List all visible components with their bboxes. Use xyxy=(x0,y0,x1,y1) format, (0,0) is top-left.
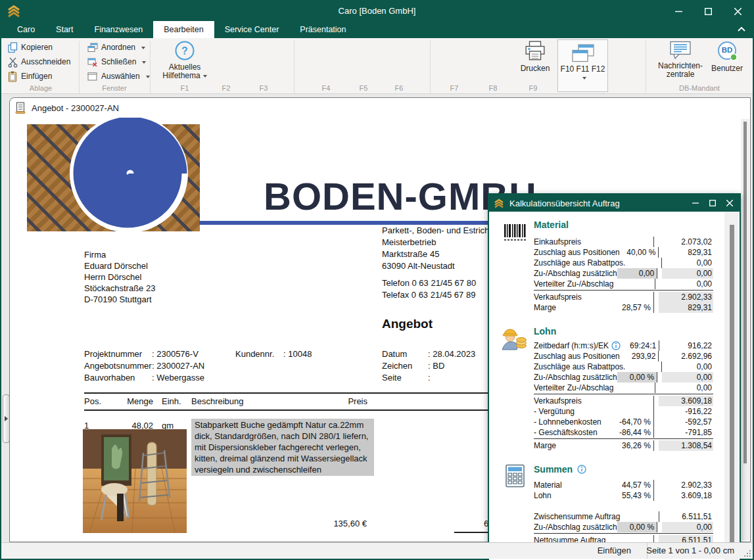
calc-percent: -64,70 % xyxy=(611,417,653,427)
ribbon: Kopieren Ausschneiden Einfügen Ablage An… xyxy=(1,38,753,94)
info-icon[interactable] xyxy=(577,465,586,474)
close-window-button[interactable]: Schließen xyxy=(87,56,146,68)
dialog-close-button[interactable] xyxy=(721,195,738,212)
minimize-button[interactable] xyxy=(664,1,694,21)
windows-icon xyxy=(571,44,595,64)
scissors-icon xyxy=(8,57,18,68)
status-insert-mode: Einfügen xyxy=(598,546,631,555)
dialog-maximize-button[interactable] xyxy=(704,195,721,212)
table-rule-top xyxy=(84,392,490,394)
calc-label: Zwischensumme Auftrag xyxy=(534,511,620,522)
select-window-button[interactable]: Auswählen xyxy=(87,70,150,82)
group-label-f8: F8 xyxy=(489,84,498,92)
group-label-fenster: Fenster xyxy=(102,84,126,92)
maximize-button[interactable] xyxy=(694,1,723,21)
paste-button[interactable]: Einfügen xyxy=(8,70,52,82)
document-scrollbar[interactable] xyxy=(741,119,749,540)
adjustment-percent-input[interactable]: 0,00 % xyxy=(617,372,657,383)
calc-percent: 44,57 % xyxy=(611,480,653,490)
calc-row: Zuschlag aus Positionen40,00 %829,31 xyxy=(534,247,713,258)
calc-value: 1.308,54 xyxy=(659,440,713,451)
calc-label: Zu-/Abschlag zusätzlich xyxy=(534,522,617,532)
calc-label: Material xyxy=(534,480,611,490)
calc-value: -592,57 xyxy=(659,417,713,427)
calc-percent xyxy=(613,383,655,393)
group-label-f6: F6 xyxy=(395,84,404,92)
calc-percent: -86,44 % xyxy=(611,427,653,438)
calc-value-cell: 0,00 xyxy=(657,522,713,532)
document-icon xyxy=(15,102,26,114)
calc-value: 3.609,18 xyxy=(659,396,713,406)
calc-row: Material44,57 %2.902,33 xyxy=(534,480,713,490)
f10-f11-f12-button[interactable]: F10 F11 F12 xyxy=(557,39,608,92)
calc-row: Marge36,26 %1.308,54 xyxy=(534,440,713,451)
col-header-menge: Menge xyxy=(108,396,153,406)
calc-value-cell: 1.308,54 xyxy=(653,440,713,451)
message-icon xyxy=(669,40,692,60)
cut-button[interactable]: Ausschneiden xyxy=(8,56,70,68)
calc-row: Zwischensumme Auftrag6.511,51 xyxy=(534,511,713,522)
workspace: Angebot - 2300027-AN BODEN-GMBH Parkett-… xyxy=(1,95,753,544)
document-type-heading: Angebot xyxy=(382,317,433,331)
tab-service-center[interactable]: Service Center xyxy=(214,21,290,38)
lohn-rows: Zeitbedarf (h:m:s)/EK69:24:1916,22Zuschl… xyxy=(534,340,713,451)
calc-value-cell: 3.609,18 xyxy=(653,490,713,501)
barcode-icon xyxy=(504,223,527,242)
tab-finanzwesen[interactable]: Finanzwesen xyxy=(84,21,154,38)
calc-row: Zu-/Abschlag zusätzlich0,000,00 xyxy=(534,268,713,279)
calc-row: Zuschlag aus Positionen293,922.692,96 xyxy=(534,351,713,362)
collapse-ribbon-icon[interactable] xyxy=(737,25,746,33)
row-description-selected[interactable]: Stabparkett Buche gedämpft Natur ca.22mm… xyxy=(191,419,374,476)
col-header-beschreibung: Beschreibung xyxy=(191,396,244,406)
info-icon[interactable] xyxy=(611,341,621,350)
calc-percent xyxy=(611,406,653,417)
calc-value-cell: -592,57 xyxy=(653,417,713,427)
copy-button[interactable]: Kopieren xyxy=(8,41,53,53)
status-bar: Einfügen Seite 1 von 1 - 0,00 cm xyxy=(1,542,753,559)
close-button[interactable] xyxy=(723,1,753,21)
calc-row: Einkaufspreis2.073,02 xyxy=(534,237,713,247)
calc-row: Zeitbedarf (h:m:s)/EK69:24:1916,22 xyxy=(534,340,713,351)
print-button[interactable]: Drucken xyxy=(516,40,554,73)
group-label-f1: F1 xyxy=(181,84,189,92)
calc-row: Verkaufspreis2.902,33 xyxy=(534,292,713,302)
calc-value-cell: 829,31 xyxy=(658,247,713,258)
calc-value: 0,00 xyxy=(667,258,713,268)
tab-praesentation[interactable]: Präsentation xyxy=(289,21,356,38)
current-help-topic-button[interactable]: ? Aktuelles Hilfethema xyxy=(156,40,213,80)
calc-row: - Lohnnebenkosten-64,70 %-592,57 xyxy=(534,417,713,427)
resize-grip[interactable] xyxy=(744,550,751,557)
document-scrollbar-thumb[interactable] xyxy=(743,122,747,463)
adjustment-percent-input[interactable]: 0,00 xyxy=(617,268,657,279)
calc-row: Verkaufspreis3.609,18 xyxy=(534,396,713,406)
user-button[interactable]: BD Benutzer xyxy=(707,40,747,73)
sender-phone: Telefon 0 63 21/45 67 80 Telefax 0 63 21… xyxy=(382,277,476,301)
worker-icon xyxy=(500,326,527,351)
message-center-button[interactable]: Nachrichten- zentrale xyxy=(657,40,703,79)
calc-value-cell: 0,00 xyxy=(657,268,713,279)
calc-percent xyxy=(620,511,658,522)
dropdown-caret xyxy=(582,77,586,82)
group-label-f3: F3 xyxy=(260,84,268,92)
section-heading-material: Material xyxy=(534,220,569,230)
tab-start[interactable]: Start xyxy=(45,21,83,38)
arrange-windows-button[interactable]: Anordnen xyxy=(87,41,145,53)
calc-value: 0,00 xyxy=(662,372,713,383)
calc-value-cell: 916,22 xyxy=(659,340,713,351)
calc-percent: 28,57 % xyxy=(611,302,653,313)
dialog-scrollbar-thumb[interactable] xyxy=(730,225,734,547)
tab-caro[interactable]: Caro xyxy=(7,21,45,38)
calc-value: 0,00 xyxy=(662,522,713,532)
dialog-minimize-button[interactable] xyxy=(687,195,704,212)
calc-value: 2.073,02 xyxy=(659,237,713,247)
calc-value: 2.692,96 xyxy=(663,351,713,362)
calc-value-cell: 0,00 xyxy=(655,383,713,393)
product-photo xyxy=(83,429,187,533)
paste-icon xyxy=(8,71,18,82)
tab-bearbeiten[interactable]: Bearbeiten xyxy=(153,21,214,38)
calc-value: -916,22 xyxy=(659,406,713,417)
calc-value: -791,85 xyxy=(659,427,713,438)
dialog-scrollbar[interactable] xyxy=(724,212,738,560)
adjustment-percent-input[interactable]: 0,00 % xyxy=(617,522,657,532)
kalkulationsuebersicht-dialog: Kalkulationsübersicht Auftrag xyxy=(488,193,741,560)
